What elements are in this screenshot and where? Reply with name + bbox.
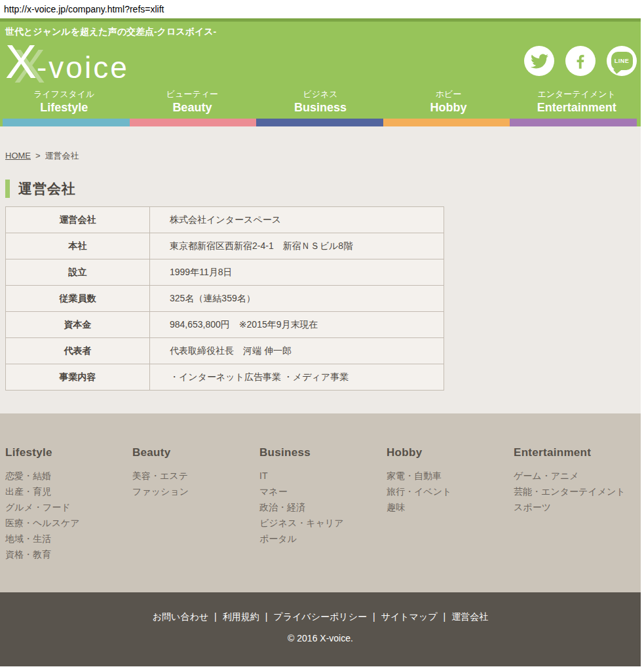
- main-content: HOME>運営会社 運営会社 運営会社株式会社インタースペース本社東京都新宿区西…: [0, 126, 641, 413]
- footer-link[interactable]: 資格・教育: [5, 546, 132, 562]
- nav-item-beauty[interactable]: ビューティーBeauty: [128, 88, 257, 119]
- footer-link[interactable]: グルメ・フード: [5, 499, 132, 515]
- footer-link[interactable]: 恋愛・結婚: [5, 468, 132, 484]
- footer-link[interactable]: 芸能・エンターテイメント: [514, 484, 641, 499]
- site-container: 世代とジャンルを超えた声の交差点-クロスボイス- XX-voice LINE: [0, 18, 641, 666]
- social-icons: LINE: [524, 46, 637, 88]
- footer-link[interactable]: ゲーム・アニメ: [514, 468, 641, 484]
- company-info-table: 運営会社株式会社インタースペース本社東京都新宿区西新宿2-4-1 新宿ＮＳビル8…: [5, 206, 444, 391]
- table-row-value: 984,653,800円 ※2015年9月末現在: [150, 312, 444, 338]
- facebook-button[interactable]: [565, 46, 596, 76]
- twitter-button[interactable]: [524, 46, 554, 76]
- nav-label-jp: ホビー: [385, 88, 513, 100]
- nav-underline-beauty: [130, 119, 257, 126]
- nav-underline-lifestyle: [3, 119, 130, 126]
- line-icon-label: LINE: [615, 58, 630, 64]
- footer-bottom-link[interactable]: サイトマップ: [381, 611, 438, 622]
- footer-link[interactable]: 美容・エステ: [132, 468, 259, 484]
- breadcrumb-home-link[interactable]: HOME: [5, 151, 31, 161]
- site-header: 世代とジャンルを超えた声の交差点-クロスボイス- XX-voice LINE: [0, 18, 641, 126]
- nav-label-en: Hobby: [385, 100, 513, 115]
- nav-label-en: Entertainment: [512, 100, 641, 115]
- nav-underline-bars: [0, 119, 641, 126]
- nav-label-en: Lifestyle: [0, 100, 128, 115]
- nav-label-jp: エンターテイメント: [512, 88, 641, 100]
- footer-column-title: Beauty: [132, 446, 259, 459]
- footer-link[interactable]: 旅行・イベント: [387, 484, 514, 499]
- footer-link-separator: |: [373, 611, 375, 622]
- table-row: 資本金984,653,800円 ※2015年9月末現在: [6, 312, 444, 338]
- site-logo[interactable]: XX-voice: [5, 39, 129, 88]
- footer-nav: Lifestyle恋愛・結婚出産・育児グルメ・フード医療・ヘルスケア地域・生活資…: [0, 413, 641, 592]
- footer-column-title: Entertainment: [514, 446, 641, 459]
- footer-link[interactable]: IT: [259, 468, 387, 484]
- footer-link[interactable]: スポーツ: [514, 499, 641, 515]
- table-row-value: 代表取締役社長 河端 伸一郎: [150, 338, 444, 364]
- table-row-label: 設立: [6, 259, 150, 286]
- footer-column-hobby: Hobby家電・自動車旅行・イベント趣味: [387, 446, 514, 592]
- footer-link[interactable]: 地域・生活: [5, 531, 132, 546]
- table-row-label: 資本金: [6, 312, 150, 338]
- table-row: 従業員数325名（連結359名）: [6, 286, 444, 312]
- nav-underline-business: [256, 119, 383, 126]
- footer-link[interactable]: ポータル: [259, 531, 387, 546]
- twitter-icon: [531, 52, 548, 70]
- footer-link[interactable]: 出産・育児: [5, 484, 132, 499]
- footer-column-title: Hobby: [387, 446, 514, 459]
- footer-column-beauty: Beauty美容・エステファッション: [132, 446, 259, 592]
- nav-label-en: Beauty: [128, 100, 257, 115]
- footer-column-entertainment: Entertainmentゲーム・アニメ芸能・エンターテイメントスポーツ: [514, 446, 641, 592]
- footer-link[interactable]: マネー: [259, 484, 387, 499]
- footer-link[interactable]: 政治・経済: [259, 499, 387, 515]
- logo-row: XX-voice LINE: [0, 39, 641, 88]
- footer-link-separator: |: [444, 611, 446, 622]
- line-icon: LINE: [611, 52, 633, 70]
- browser-url[interactable]: http://x-voice.jp/company.html?refs=xlif…: [0, 0, 644, 18]
- logo-text: -voice: [37, 50, 129, 85]
- table-row-label: 運営会社: [6, 207, 150, 233]
- footer-link[interactable]: ビジネス・キャリア: [259, 515, 387, 531]
- logo-x-mark: XX: [5, 39, 37, 85]
- table-row-value: 325名（連結359名）: [150, 286, 444, 312]
- facebook-icon: [571, 52, 590, 70]
- table-row: 設立1999年11月8日: [6, 259, 444, 286]
- table-row: 代表者代表取締役社長 河端 伸一郎: [6, 338, 444, 364]
- table-row-label: 従業員数: [6, 286, 150, 312]
- breadcrumb-separator: >: [35, 151, 41, 161]
- site-tagline: 世代とジャンルを超えた声の交差点-クロスボイス-: [0, 22, 641, 39]
- breadcrumb: HOME>運営会社: [5, 150, 641, 162]
- nav-underline-entertainment: [510, 119, 637, 126]
- nav-item-hobby[interactable]: ホビーHobby: [385, 88, 513, 119]
- footer-link-separator: |: [265, 611, 268, 622]
- footer-bottom-links: お問い合わせ|利用規約|プライバシーポリシー|サイトマップ|運営会社: [0, 611, 641, 623]
- nav-label-jp: ビジネス: [256, 88, 385, 100]
- table-row-value: 株式会社インタースペース: [150, 207, 444, 233]
- page-title: 運営会社: [18, 180, 76, 198]
- nav-label-en: Business: [256, 100, 385, 115]
- footer-link[interactable]: 趣味: [387, 499, 514, 515]
- line-button[interactable]: LINE: [607, 46, 637, 76]
- nav-underline-hobby: [383, 119, 510, 126]
- nav-item-entertainment[interactable]: エンターテイメントEntertainment: [512, 88, 641, 119]
- table-row-value: 1999年11月8日: [150, 259, 444, 286]
- title-accent-bar: [5, 180, 10, 198]
- footer-column-title: Lifestyle: [5, 446, 132, 459]
- copyright: © 2016 X-voice.: [0, 633, 641, 643]
- nav-item-business[interactable]: ビジネスBusiness: [256, 88, 385, 119]
- footer-link-separator: |: [214, 611, 217, 622]
- footer-bottom-link[interactable]: 利用規約: [223, 611, 259, 622]
- footer-bottom-link[interactable]: 運営会社: [451, 611, 488, 622]
- table-row: 運営会社株式会社インタースペース: [6, 207, 444, 233]
- table-row: 事業内容・インターネット広告事業 ・メディア事業: [6, 364, 444, 391]
- footer-link[interactable]: ファッション: [132, 484, 259, 499]
- footer-bottom-link[interactable]: お問い合わせ: [153, 611, 208, 622]
- nav-item-lifestyle[interactable]: ライフスタイルLifestyle: [0, 88, 128, 119]
- footer-column-title: Business: [259, 446, 387, 459]
- table-row-value: ・インターネット広告事業 ・メディア事業: [150, 364, 444, 391]
- footer-bottom-link[interactable]: プライバシーポリシー: [273, 611, 367, 622]
- table-row-label: 本社: [6, 233, 150, 259]
- table-row-label: 代表者: [6, 338, 150, 364]
- footer-bottom: お問い合わせ|利用規約|プライバシーポリシー|サイトマップ|運営会社 © 201…: [0, 592, 641, 666]
- footer-link[interactable]: 医療・ヘルスケア: [5, 515, 132, 531]
- footer-link[interactable]: 家電・自動車: [387, 468, 514, 484]
